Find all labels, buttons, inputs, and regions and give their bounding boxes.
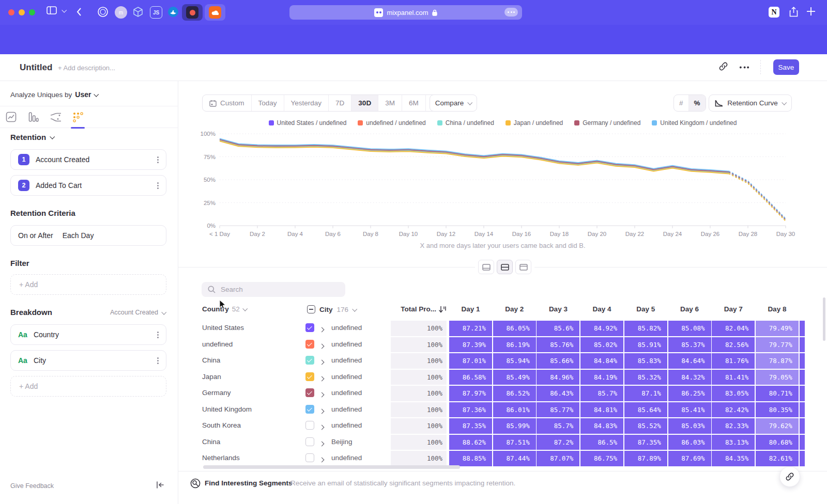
favicon-cloud-icon[interactable]	[209, 6, 221, 19]
legend-item[interactable]: United States / undefined	[269, 119, 347, 127]
maximize-window-button[interactable]	[29, 9, 35, 15]
expand-row-icon[interactable]	[320, 357, 324, 366]
select-all-checkbox[interactable]	[307, 305, 315, 313]
window-controls[interactable]	[8, 9, 35, 15]
cell-retention-value[interactable]: 87.01%	[449, 353, 492, 369]
copy-link-icon[interactable]	[718, 61, 728, 73]
row-checkbox[interactable]	[305, 405, 314, 414]
cell-retention-value[interactable]: 79.49%	[756, 321, 799, 336]
cell-retention-value[interactable]: 87.97%	[449, 386, 492, 401]
percent-mode-toggle[interactable]: %	[689, 95, 706, 111]
table-row[interactable]: Germanyundefined100%87.97%86.52%86.43%85…	[202, 386, 827, 401]
cell-retention-value[interactable]: 87.51%	[493, 435, 536, 450]
column-day[interactable]: Day 6	[668, 305, 711, 313]
cell-retention-value[interactable]: 85.32%	[624, 370, 667, 385]
cell-retention-value[interactable]: 80.71%	[756, 386, 799, 401]
table-row[interactable]: Chinaundefined100%87.01%85.94%85.66%84.8…	[202, 353, 827, 369]
cell-retention-value[interactable]: 86.01%	[493, 402, 536, 418]
tab-funnels[interactable]	[22, 106, 44, 128]
cell-retention-value[interactable]: 86.43%	[537, 386, 579, 401]
breakdown-property-name[interactable]: City	[34, 356, 151, 365]
legend-item[interactable]: China / undefined	[437, 119, 494, 127]
expand-row-icon[interactable]	[320, 389, 324, 399]
give-feedback-link[interactable]: Give Feedback	[10, 482, 54, 490]
step-options-icon[interactable]	[157, 185, 159, 186]
expand-row-icon[interactable]	[320, 341, 324, 350]
layout-split-button[interactable]	[497, 260, 513, 274]
range-yesterday[interactable]: Yesterday	[284, 95, 329, 111]
range-today[interactable]: Today	[252, 95, 284, 111]
cell-retention-value[interactable]: 86.05%	[493, 321, 536, 336]
new-tab-icon[interactable]	[806, 7, 816, 16]
notion-extension-icon[interactable]: N	[769, 7, 779, 18]
retention-step-1[interactable]: 1 Account Created	[10, 149, 166, 170]
column-day[interactable]: Day 2	[493, 305, 536, 313]
range-6m[interactable]: 6M	[402, 95, 426, 111]
cell-retention-value[interactable]: 84.92%	[580, 321, 623, 336]
cell-retention-value[interactable]: 84.96%	[537, 370, 579, 385]
cell-retention-value[interactable]: 87.21%	[449, 321, 492, 336]
cell-retention-value[interactable]: 85.64%	[624, 402, 667, 418]
cell-retention-value[interactable]: 85.83%	[624, 353, 667, 369]
row-checkbox[interactable]	[305, 388, 314, 397]
cell-retention-value[interactable]: 86.5%	[580, 435, 623, 450]
cell-retention-value[interactable]: 87.44%	[493, 451, 536, 466]
row-checkbox[interactable]	[305, 453, 314, 462]
range-custom[interactable]: Custom	[203, 95, 252, 111]
save-button[interactable]: Save	[773, 59, 799, 75]
cell-retention-value[interactable]: 85.76%	[537, 337, 579, 353]
row-checkbox[interactable]	[305, 437, 314, 446]
cell-retention-value[interactable]: 85.99%	[493, 418, 536, 434]
legend-item[interactable]: Japan / undefined	[506, 119, 563, 127]
row-checkbox[interactable]	[305, 421, 314, 430]
cell-retention-value[interactable]: 79.62%	[756, 418, 799, 434]
cell-retention-value[interactable]: 79.77%	[756, 337, 799, 353]
cell-retention-value[interactable]: 81.76%	[712, 353, 755, 369]
share-icon[interactable]	[789, 7, 798, 17]
cell-retention-value[interactable]: 88.62%	[449, 435, 492, 450]
favicon-paddle-icon[interactable]	[186, 6, 198, 19]
cell-retention-value[interactable]: 86.25%	[668, 386, 711, 401]
cell-retention-value[interactable]: 85.08%	[668, 321, 711, 336]
cell-retention-value[interactable]: 85.52%	[624, 418, 667, 434]
table-row[interactable]: undefinedundefined100%87.39%86.19%85.76%…	[202, 337, 827, 353]
cell-retention-value[interactable]: 85.03%	[668, 418, 711, 434]
cell-retention-value[interactable]: 80.35%	[756, 402, 799, 418]
cell-retention-value[interactable]: 87.36%	[449, 402, 492, 418]
tab-retention[interactable]	[67, 106, 89, 128]
favicon-box-icon[interactable]	[132, 6, 144, 18]
cell-retention-value[interactable]: 84.81%	[580, 402, 623, 418]
cell-retention-value[interactable]: 87.1%	[624, 386, 667, 401]
layout-expanded-button[interactable]	[515, 260, 531, 274]
cell-retention-value[interactable]: 82.33%	[712, 418, 755, 434]
cell-retention-value[interactable]: 86.58%	[449, 370, 492, 385]
report-title[interactable]: Untitled	[20, 62, 52, 73]
cell-retention-value[interactable]: 85.82%	[624, 321, 667, 336]
cell-retention-value[interactable]: 85.91%	[624, 337, 667, 353]
range-7d[interactable]: 7D	[329, 95, 351, 111]
collapse-sidebar-icon[interactable]	[156, 481, 164, 491]
criteria-mode[interactable]: On or After	[18, 231, 53, 240]
cell-retention-value[interactable]: 82.42%	[712, 402, 755, 418]
cell-retention-value[interactable]: 84.32%	[668, 370, 711, 385]
breakdown-property-name[interactable]: Country	[34, 330, 151, 339]
row-checkbox[interactable]	[305, 323, 314, 332]
cell-retention-value[interactable]: 78.87%	[756, 353, 799, 369]
retention-criteria-card[interactable]: On or After Each Day	[10, 225, 166, 246]
cell-retention-value[interactable]: 85.7%	[580, 386, 623, 401]
vertical-scrollbar[interactable]	[823, 297, 825, 341]
floating-link-button[interactable]	[779, 466, 800, 487]
cell-retention-value[interactable]: 86.19%	[493, 337, 536, 353]
analyze-entity-select[interactable]: User	[75, 90, 91, 99]
column-day[interactable]: Day 3	[537, 305, 579, 313]
table-search-input[interactable]: Search	[202, 282, 345, 297]
tab-flows[interactable]	[44, 106, 67, 128]
table-row[interactable]: United Statesundefined100%87.21%86.05%85…	[202, 321, 827, 336]
cell-retention-value[interactable]: 84.84%	[580, 353, 623, 369]
range-3m[interactable]: 3M	[378, 95, 402, 111]
layout-compact-button[interactable]	[478, 260, 494, 274]
step-event-name[interactable]: Added To Cart	[36, 181, 151, 190]
cell-retention-value[interactable]: 80.68%	[756, 435, 799, 450]
chart-type-select[interactable]: Retention Curve	[709, 94, 792, 112]
compare-button[interactable]: Compare	[430, 94, 477, 112]
